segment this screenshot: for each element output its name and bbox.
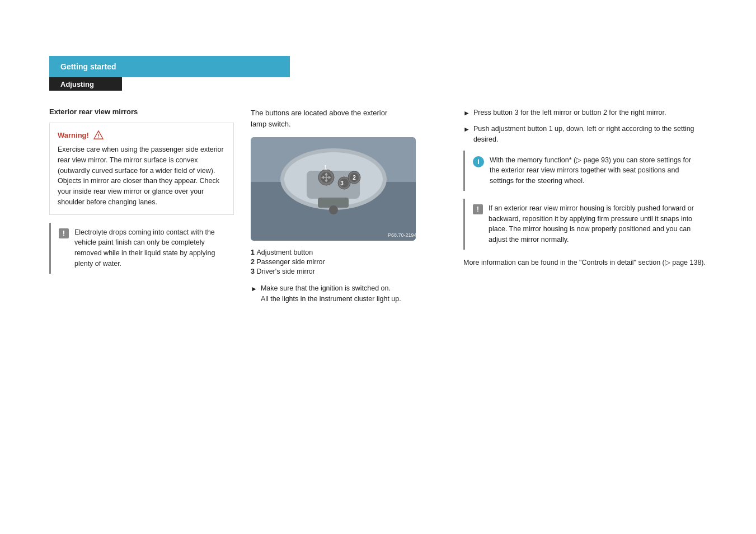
step-press-button-text: Press button 3 for the left mirror or bu… — [473, 107, 710, 118]
svg-text:P68.70-2194-31: P68.70-2194-31 — [388, 232, 416, 238]
warning-icon — [93, 130, 104, 140]
subheader-bar: Adjusting — [49, 77, 122, 91]
step-arrow-2: ► — [463, 108, 470, 118]
caution-text: Electrolyte drops coming into contact wi… — [74, 227, 226, 269]
info-icon-wrap: i — [473, 156, 484, 186]
step-arrow-3: ► — [463, 124, 470, 145]
list-item-3: 3 Driver's side mirror — [251, 268, 447, 275]
header-title: Getting started — [60, 62, 116, 71]
svg-text:3: 3 — [340, 180, 344, 186]
warning-text: Exercise care when using the passenger s… — [58, 144, 226, 208]
right-column: ► Press button 3 for the left mirror or … — [447, 107, 710, 310]
main-content: Exterior rear view mirrors Warning! Exer… — [49, 107, 710, 310]
list-item-1: 1 Adjustment button — [251, 249, 447, 256]
svg-text:2: 2 — [353, 175, 356, 181]
caution-text-right: If an exterior rear view mirror housing … — [489, 203, 702, 245]
left-column: Exterior rear view mirrors Warning! Exer… — [49, 107, 234, 310]
header-bar: Getting started — [49, 56, 290, 77]
caution-box: ! Electrolyte drops coming into contact … — [49, 223, 234, 274]
step-ignition: ► Make sure that the ignition is switche… — [251, 283, 447, 305]
step-ignition-text: Make sure that the ignition is switched … — [261, 283, 447, 305]
list-item-2: 2 Passenger side mirror — [251, 258, 447, 266]
caution-box-right: ! If an exterior rear view mirror housin… — [463, 199, 710, 250]
warning-header: Warning! — [58, 130, 226, 140]
caution-icon-wrap-right: ! — [473, 204, 483, 245]
caution-icon-wrap: ! — [59, 228, 69, 269]
caution-icon-right: ! — [473, 204, 483, 214]
step-push-adjustment: ► Push adjustment button 1 up, down, lef… — [463, 124, 710, 145]
info-box: i With the memory function* (▷ page 93) … — [463, 151, 710, 191]
warning-box: Warning! Exercise care when using the pa… — [49, 123, 234, 215]
more-info-text: More information can be found in the "Co… — [463, 257, 710, 268]
item-list: 1 Adjustment button 2 Passenger side mir… — [251, 249, 447, 275]
svg-point-2 — [98, 137, 98, 138]
subheader-title: Adjusting — [60, 80, 94, 88]
caution-icon: ! — [59, 228, 69, 238]
warning-label: Warning! — [58, 131, 89, 139]
middle-column: The buttons are located above the exteri… — [234, 107, 447, 310]
mirror-diagram: 1 3 2 P68.70-2194-31 — [251, 137, 416, 241]
intro-text: The buttons are located above the exteri… — [251, 107, 447, 129]
svg-point-24 — [329, 205, 338, 214]
svg-text:1: 1 — [324, 165, 327, 171]
step-arrow-1: ► — [251, 284, 257, 305]
section-title: Exterior rear view mirrors — [49, 107, 234, 116]
info-icon: i — [473, 156, 484, 167]
step-push-adjustment-text: Push adjustment button 1 up, down, left … — [473, 124, 710, 145]
info-text: With the memory function* (▷ page 93) yo… — [490, 155, 702, 186]
step-press-button: ► Press button 3 for the left mirror or … — [463, 107, 710, 118]
